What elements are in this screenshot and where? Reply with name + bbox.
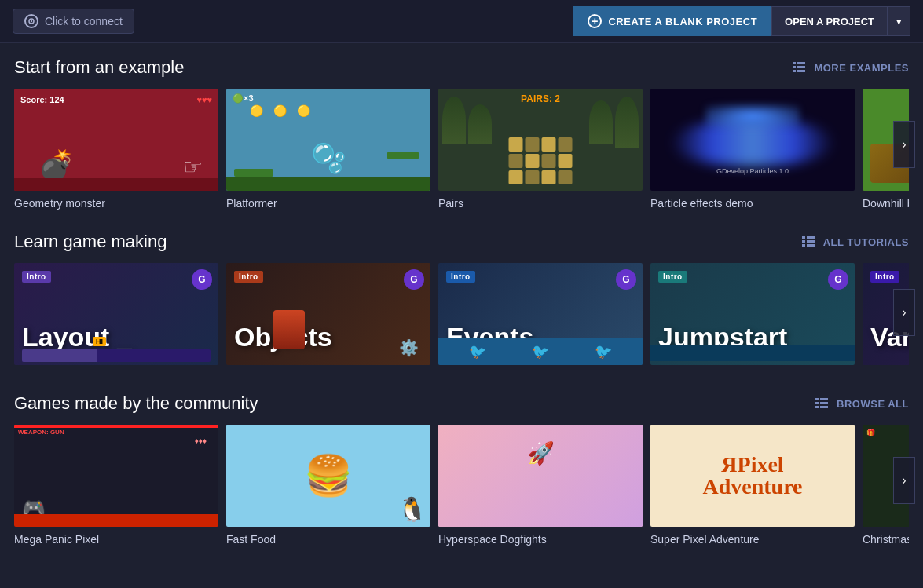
pg-cell — [542, 170, 556, 184]
community-name-fastfood: Fast Food — [226, 533, 430, 546]
pg-cell — [509, 154, 523, 168]
svg-rect-4 — [793, 66, 796, 68]
browse-all-link[interactable]: BROWSE ALL — [815, 398, 909, 410]
example-card-geometry[interactable]: Score: 124 ♥♥♥ 💣 ☞ Geometry monster — [14, 89, 218, 210]
svg-rect-8 — [802, 236, 805, 239]
svg-rect-11 — [807, 240, 815, 243]
header-actions: + CREATE A BLANK PROJECT OPEN A PROJECT … — [573, 6, 910, 36]
community-thumb-megapanic: WEAPON: GUN 🎮 ♦♦♦ — [14, 425, 218, 527]
char-silhouette — [273, 310, 305, 349]
more-examples-link[interactable]: MORE EXAMPLES — [793, 62, 909, 74]
example-thumb-particle: GDevelop Particles 1.0 — [650, 89, 855, 191]
jp-text: 🎁 — [866, 429, 875, 436]
tutorial-thumb-events: Intro G Events 🐦 🐦 🐦 — [438, 263, 643, 365]
gdevelop-logo-layout: G — [192, 269, 212, 290]
community-thumb-fastfood: 🍔 🐧 — [226, 425, 430, 527]
example-card-particle[interactable]: GDevelop Particles 1.0 Particle effects … — [650, 89, 855, 210]
score-text: Score: 124 — [20, 95, 64, 104]
tutorials-carousel: Intro G Layout _ HI Intro G — [14, 263, 909, 371]
examples-list: Score: 124 ♥♥♥ 💣 ☞ Geometry monster 🟢×3 … — [14, 89, 909, 210]
ground-platform — [226, 177, 430, 191]
community-thumb-pixel: ЯPixelAdventure — [650, 425, 855, 527]
tutorial-card-jumpstart[interactable]: Intro G Jumpstart — [650, 263, 855, 371]
community-card-megapanic[interactable]: WEAPON: GUN 🎮 ♦♦♦ Mega Panic Pixel — [14, 425, 218, 546]
weapon-text: WEAPON: GUN — [18, 429, 64, 436]
tutorial-card-layout[interactable]: Intro G Layout _ HI — [14, 263, 218, 371]
connect-button[interactable]: Click to connect — [13, 9, 134, 34]
tutorial-card-events[interactable]: Intro G Events 🐦 🐦 🐦 — [438, 263, 643, 371]
water — [650, 345, 855, 361]
community-card-hyperspace[interactable]: 🚀 Hyperspace Dogfights — [438, 425, 643, 546]
coin3: 🟡 — [297, 104, 310, 117]
all-tutorials-label: ALL TUTORIALS — [823, 236, 909, 248]
gdevelop-logo-events: G — [616, 269, 636, 290]
community-thumb-hyperspace: 🚀 — [438, 425, 643, 527]
layout-content: Intro G Layout _ HI — [14, 263, 218, 365]
open-dropdown-button[interactable]: ▾ — [888, 6, 910, 36]
pixel-title-art: ЯPixelAdventure — [702, 454, 802, 498]
create-blank-button[interactable]: + CREATE A BLANK PROJECT — [573, 6, 771, 36]
community-carousel: WEAPON: GUN 🎮 ♦♦♦ Mega Panic Pixel 🍔 🐧 — [14, 425, 909, 546]
example-thumb-pairs: PAIRS: 2 — [438, 89, 643, 191]
example-name-pairs: Pairs — [438, 197, 643, 210]
intro-badge-objects: Intro — [234, 271, 263, 283]
svg-rect-2 — [793, 62, 796, 64]
community-name-megapanic: Mega Panic Pixel — [14, 533, 218, 546]
svg-point-1 — [31, 20, 32, 22]
open-label: OPEN A PROJECT — [785, 16, 874, 27]
pg-cell — [526, 154, 540, 168]
all-tutorials-link[interactable]: ALL TUTORIALS — [802, 236, 909, 248]
tutorials-next-arrow[interactable]: › — [893, 289, 915, 336]
chevron-down-icon: ▾ — [896, 16, 902, 27]
enemy-art: ♦♦♦ — [195, 436, 207, 445]
community-title: Games made by the community — [14, 393, 258, 414]
penguin-art: 🐧 — [397, 495, 427, 523]
examples-title: Start from an example — [14, 57, 184, 78]
layout-preview — [22, 349, 211, 362]
community-card-pixel[interactable]: ЯPixelAdventure Super Pixel Adventure — [650, 425, 855, 546]
pg-cell — [559, 170, 573, 184]
connect-icon — [24, 14, 38, 28]
pg-cell — [559, 154, 573, 168]
svg-rect-5 — [797, 66, 805, 68]
svg-rect-9 — [807, 236, 815, 239]
list-icon — [802, 236, 815, 247]
community-list: WEAPON: GUN 🎮 ♦♦♦ Mega Panic Pixel 🍔 🐧 — [14, 425, 909, 546]
example-name-geometry: Geometry monster — [14, 197, 218, 210]
example-name-platformer: Platformer — [226, 197, 430, 210]
svg-rect-6 — [793, 70, 796, 72]
platform1 — [234, 169, 273, 177]
coin1: 🟡 — [250, 104, 263, 117]
list-icon — [815, 398, 828, 409]
hp-bar — [14, 425, 218, 428]
glow — [705, 104, 800, 128]
object-art: ⚙️ — [399, 338, 419, 357]
example-card-pairs[interactable]: PAIRS: 2 — [438, 89, 643, 210]
open-project-button[interactable]: OPEN A PROJECT — [771, 6, 888, 36]
main-content: Start from an example MORE EXAMPLES Scor… — [0, 43, 923, 546]
pixel-art: ЯPixelAdventure — [650, 425, 855, 527]
layout-word: Layout _ — [22, 322, 132, 352]
browse-all-label: BROWSE ALL — [837, 398, 909, 410]
tutorials-section-header: Learn game making ALL TUTORIALS — [14, 232, 909, 252]
example-card-platformer[interactable]: 🟢×3 🫧 🟡 🟡 🟡 Platformer — [226, 89, 430, 210]
community-next-arrow[interactable]: › — [893, 457, 915, 504]
community-card-fastfood[interactable]: 🍔 🐧 Fast Food — [226, 425, 430, 546]
examples-carousel: Score: 124 ♥♥♥ 💣 ☞ Geometry monster 🟢×3 … — [14, 89, 909, 210]
hyperspace-art: 🚀 — [438, 425, 643, 527]
megapanic-art: WEAPON: GUN 🎮 ♦♦♦ — [14, 425, 218, 527]
svg-rect-12 — [802, 244, 805, 247]
svg-rect-10 — [802, 240, 805, 243]
svg-rect-3 — [797, 62, 805, 64]
fastfood-art: 🍔 🐧 — [226, 425, 430, 527]
tutorial-card-objects[interactable]: Intro G Objects ⚙️ Objects — [226, 263, 430, 371]
spaceship: 🚀 — [527, 440, 555, 466]
platform2 — [387, 152, 419, 159]
intro-badge-variables: Intro — [870, 271, 899, 283]
pg-cell — [542, 154, 556, 168]
community-name-pixel: Super Pixel Adventure — [650, 533, 855, 546]
list-icon — [793, 62, 805, 73]
header: Click to connect + CREATE A BLANK PROJEC… — [0, 0, 923, 43]
intro-badge-layout: Intro — [22, 271, 51, 283]
examples-next-arrow[interactable]: › — [893, 121, 915, 168]
